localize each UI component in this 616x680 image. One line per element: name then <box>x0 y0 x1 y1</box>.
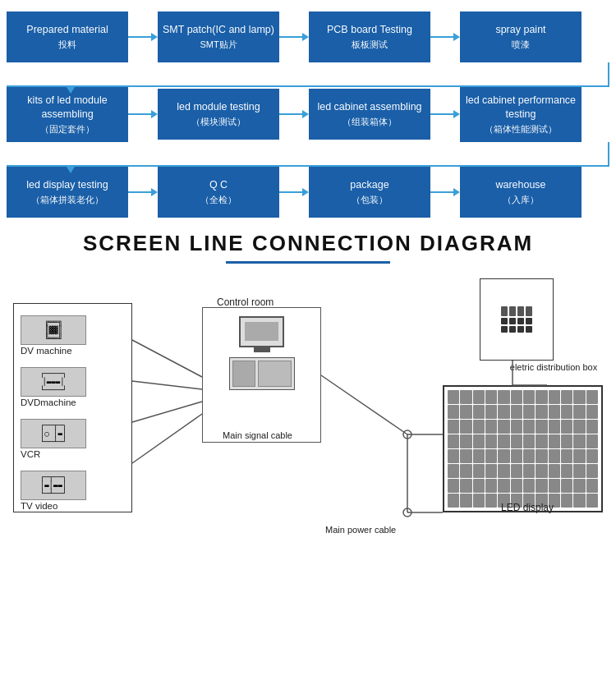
svg-point-9 <box>403 508 411 517</box>
process-row-1: Prepared material 投料 SMT patch(IC and la… <box>7 11 609 62</box>
left-devices-box: ╔══╗║▓▓║╚══╝ DV machine ┌────┐│▬▬▬│└────… <box>13 303 132 512</box>
arrow-r3-2-3 <box>279 188 309 196</box>
connector-row2-row3 <box>7 142 609 167</box>
arrow-r2-2-3 <box>279 110 309 118</box>
process-box-smt: SMT patch(IC and lamp) SMT贴片 <box>158 11 279 62</box>
process-box-package: package （包装） <box>309 167 430 218</box>
arrow-r3-1-2 <box>128 188 158 196</box>
arrow-r2-3-4 <box>430 110 460 118</box>
elec-distribution-label: eletric distribution box <box>508 362 599 372</box>
process-box-prepared-material: Prepared material 投料 <box>7 11 128 62</box>
dvd-machine-item: ┌────┐│▬▬▬│└────┘ DVDmachine <box>14 362 131 409</box>
svg-line-4 <box>321 375 407 434</box>
process-box-qc: Q C （全检） <box>158 167 279 218</box>
svg-line-0 <box>132 340 202 377</box>
led-grid <box>444 387 601 511</box>
monitor-icon <box>239 316 284 347</box>
main-power-cable-label: Main power cable <box>325 525 396 535</box>
process-box-pcb: PCB board Testing 板板测试 <box>309 11 430 62</box>
tv-label: TV video <box>21 501 57 511</box>
process-box-spray: spray paint 喷漆 <box>460 11 582 62</box>
process-box-warehouse: warehouse （入库） <box>460 167 582 218</box>
arrow-r3-3-4 <box>430 188 460 196</box>
arrow-2-3 <box>279 33 309 41</box>
arrow-3-4 <box>430 33 460 41</box>
tv-icon: ┌─┬──┐│▬│▬▬│└─┴──┘ <box>21 471 86 500</box>
arrow-r2-1-2 <box>128 110 158 118</box>
computer-unit-icon <box>229 357 295 390</box>
svg-line-1 <box>132 381 202 389</box>
vcr-icon: ┌──┬─┐│○ │▬│└──┴─┘ <box>21 419 86 448</box>
process-box-led-cabinet-assemble: led cabinet assembling （组装箱体） <box>309 89 430 140</box>
control-room-label: Control room <box>217 296 274 308</box>
dvd-icon: ┌────┐│▬▬▬│└────┘ <box>21 367 86 397</box>
screen-diagram-title: SCREEN LINE CONNECTION DIAGRAM <box>13 231 603 256</box>
svg-point-5 <box>403 430 411 439</box>
vcr-label: VCR <box>21 449 40 459</box>
terminal-grid <box>498 303 536 336</box>
arrow-1-2 <box>128 33 158 41</box>
screen-diagram-section: SCREEN LINE CONNECTION DIAGRAM ╔══╗║▓▓║╚… <box>0 223 616 554</box>
control-room-box <box>202 307 321 443</box>
main-signal-cable-label: Main signal cable <box>223 430 292 440</box>
elec-distribution-box <box>480 278 554 361</box>
process-box-led-module-test: led module testing （模块测试） <box>158 89 279 140</box>
svg-line-2 <box>132 402 202 422</box>
process-box-kits: kits of led module assembling （固定套件） <box>7 87 128 142</box>
connection-diagram: ╔══╗║▓▓║╚══╝ DV machine ┌────┐│▬▬▬│└────… <box>13 278 603 541</box>
process-flow-section: Prepared material 投料 SMT patch(IC and la… <box>0 0 616 223</box>
dv-icon: ╔══╗║▓▓║╚══╝ <box>21 315 86 345</box>
dvd-label: DVDmachine <box>21 397 76 407</box>
process-row-3: led display testing （箱体拼装老化） Q C （全检） pa… <box>7 167 609 218</box>
svg-line-3 <box>132 414 202 463</box>
dv-label: DV machine <box>21 346 72 356</box>
tv-item: ┌─┬──┐│▬│▬▬│└─┴──┘ TV video <box>14 466 131 512</box>
connector-row1-row2 <box>7 62 609 87</box>
led-display-label: LED display <box>501 502 554 513</box>
dv-machine-item: ╔══╗║▓▓║╚══╝ DV machine <box>14 310 131 357</box>
process-row-2: kits of led module assembling （固定套件） led… <box>7 87 609 142</box>
led-display-box <box>443 385 603 512</box>
process-box-led-display-test: led display testing （箱体拼装老化） <box>7 167 128 218</box>
vcr-item: ┌──┬─┐│○ │▬│└──┴─┘ VCR <box>14 414 131 461</box>
title-underline <box>226 261 390 264</box>
process-box-led-cabinet-perf: led cabinet performance testing （箱体性能测试） <box>460 87 582 142</box>
